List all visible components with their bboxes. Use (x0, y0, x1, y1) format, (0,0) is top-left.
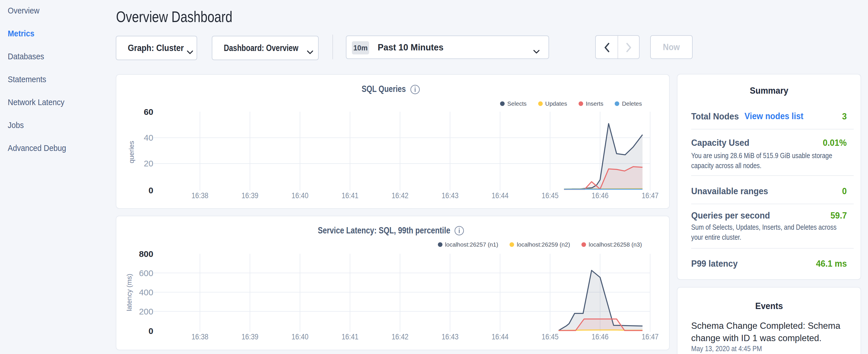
svg-text:16:40: 16:40 (291, 332, 308, 341)
svg-text:40: 40 (144, 133, 153, 142)
svg-text:16:38: 16:38 (191, 191, 208, 200)
svg-text:16:45: 16:45 (541, 191, 559, 200)
svg-text:60: 60 (144, 107, 153, 117)
svg-text:16:41: 16:41 (342, 191, 359, 200)
svg-text:600: 600 (139, 268, 153, 278)
svg-text:0: 0 (149, 186, 153, 195)
svg-text:0: 0 (149, 326, 153, 336)
svg-text:16:47: 16:47 (642, 332, 658, 341)
svg-text:20: 20 (144, 159, 153, 168)
svg-text:16:42: 16:42 (392, 191, 408, 200)
svg-text:16:47: 16:47 (642, 191, 658, 200)
svg-text:16:44: 16:44 (492, 332, 509, 341)
svg-text:16:46: 16:46 (592, 191, 609, 200)
svg-text:16:41: 16:41 (342, 332, 359, 341)
svg-text:16:43: 16:43 (442, 191, 459, 200)
svg-text:16:39: 16:39 (242, 191, 258, 200)
svg-text:16:40: 16:40 (291, 191, 308, 200)
svg-text:16:39: 16:39 (242, 332, 258, 341)
svg-text:16:42: 16:42 (392, 332, 408, 341)
svg-text:400: 400 (139, 288, 153, 297)
svg-text:16:38: 16:38 (191, 332, 208, 341)
svg-text:16:45: 16:45 (541, 332, 559, 341)
svg-text:800: 800 (139, 249, 153, 259)
svg-text:200: 200 (139, 307, 153, 316)
svg-text:16:44: 16:44 (492, 191, 509, 200)
svg-text:16:46: 16:46 (592, 332, 609, 341)
svg-text:16:43: 16:43 (442, 332, 459, 341)
